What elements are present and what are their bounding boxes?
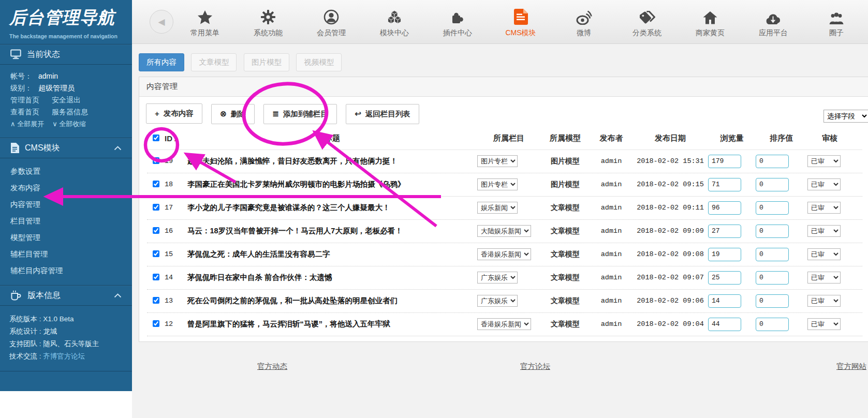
row-checkbox[interactable] bbox=[153, 227, 159, 234]
row-category-select[interactable]: 香港娱乐新闻 bbox=[477, 318, 531, 330]
nav-item-cms-module[interactable]: CMS模块 bbox=[489, 6, 552, 38]
row-views-input[interactable] bbox=[708, 155, 741, 168]
row-views-input[interactable] bbox=[708, 178, 741, 191]
collapse-all-link[interactable]: ∨ 全部收缩 bbox=[52, 120, 86, 128]
nav-item-system-functions[interactable]: 系统功能 bbox=[237, 6, 300, 38]
nav-back-button[interactable]: ◀ bbox=[150, 10, 173, 34]
cup-icon bbox=[10, 290, 22, 301]
nav-item-yellow-pages[interactable]: 商家黄页 bbox=[679, 6, 742, 38]
admin-home-link[interactable]: 管理首页 bbox=[10, 96, 39, 104]
row-audit-select[interactable]: 已审 bbox=[807, 248, 841, 260]
nav-item-category-system[interactable]: 分类系统 bbox=[615, 6, 679, 38]
row-category-select[interactable]: 娱乐新闻 bbox=[477, 202, 518, 214]
sidebar-item-model-management[interactable]: 模型管理 bbox=[0, 229, 132, 246]
row-sort-input[interactable] bbox=[756, 225, 789, 238]
tab-article-model[interactable]: 文章模型 bbox=[191, 53, 237, 71]
row-category-select[interactable]: 图片专栏 bbox=[477, 155, 518, 167]
row-sort-input[interactable] bbox=[756, 178, 789, 191]
row-audit-select[interactable]: 已审 bbox=[807, 202, 841, 214]
row-publisher: admin bbox=[590, 274, 632, 281]
row-views-input[interactable] bbox=[708, 201, 741, 215]
official-forum-link[interactable]: 齐博官方论坛 bbox=[43, 352, 85, 360]
row-views-input[interactable] bbox=[708, 318, 741, 331]
footer-link-official-forum[interactable]: 官方论坛 bbox=[520, 362, 550, 371]
row-publisher: admin bbox=[590, 320, 632, 328]
sidebar-item-publish-content[interactable]: 发布内容 bbox=[0, 180, 132, 196]
sidebar-cms-menu: 参数设置 发布内容 内容管理 栏目管理 模型管理 辅栏目管理 辅栏目内容管理 bbox=[0, 158, 132, 285]
row-category-select[interactable]: 广东娱乐 bbox=[477, 295, 518, 307]
row-views bbox=[708, 225, 756, 238]
row-sort-input[interactable] bbox=[756, 201, 789, 215]
row-checkbox[interactable] bbox=[153, 157, 159, 164]
row-checkbox[interactable] bbox=[153, 297, 159, 304]
row-views-input[interactable] bbox=[708, 225, 741, 238]
footer-link-official-news[interactable]: 官方动态 bbox=[257, 362, 287, 371]
tab-all-content[interactable]: 所有内容 bbox=[139, 53, 184, 71]
select-all-checkbox[interactable] bbox=[153, 135, 159, 141]
expand-all-link[interactable]: ∧ 全部展开 bbox=[10, 120, 44, 128]
cloud-download-icon bbox=[766, 8, 782, 25]
server-info-link[interactable]: 服务器信息 bbox=[52, 108, 88, 116]
sidebar-section-version-info[interactable]: 版本信息 bbox=[0, 285, 132, 306]
sidebar-section-cms-module[interactable]: CMS模块 bbox=[0, 138, 132, 158]
publish-content-button[interactable]: +发布内容 bbox=[146, 103, 202, 124]
table-row: 14茅侃侃昨日在家中自杀 前合作伙伴：太遗憾广东娱乐文章模型admin2018-… bbox=[147, 266, 862, 290]
nav-item-circle[interactable]: 圈子 bbox=[805, 6, 868, 38]
sidebar-item-param-settings[interactable]: 参数设置 bbox=[0, 163, 132, 180]
nav-item-plugin-center[interactable]: 插件中心 bbox=[426, 6, 489, 38]
add-to-subcolumn-button[interactable]: ≣添加到辅栏目 bbox=[263, 104, 337, 124]
row-sort-input[interactable] bbox=[756, 248, 789, 261]
tab-image-model[interactable]: 图片模型 bbox=[244, 53, 289, 71]
row-views-input[interactable] bbox=[708, 294, 741, 308]
return-column-list-button[interactable]: ↩返回栏目列表 bbox=[346, 104, 419, 124]
sidebar-section-current-status[interactable]: 当前状态 bbox=[0, 44, 132, 65]
row-checkbox[interactable] bbox=[153, 320, 159, 327]
sort-asc-icon[interactable]: ▲ bbox=[173, 137, 178, 142]
row-title: 赵薇夫妇沦陷，满脸憔悴，昔日好友悉数离开，只有他俩力挺！ bbox=[187, 156, 477, 166]
row-sort-input[interactable] bbox=[756, 155, 789, 168]
row-checkbox[interactable] bbox=[153, 181, 159, 187]
row-audit: 已审 bbox=[807, 248, 852, 260]
nav-item-common-menu[interactable]: 常用菜单 bbox=[173, 6, 237, 38]
row-audit-select[interactable]: 已审 bbox=[807, 178, 841, 190]
safe-exit-link[interactable]: 安全退出 bbox=[52, 96, 81, 104]
row-audit-select[interactable]: 已审 bbox=[807, 155, 841, 167]
nav-item-member-management[interactable]: 会员管理 bbox=[300, 6, 363, 38]
row-audit: 已审 bbox=[807, 272, 852, 283]
row-audit-select[interactable]: 已审 bbox=[807, 225, 841, 237]
nav-item-module-center[interactable]: 模块中心 bbox=[363, 6, 426, 38]
nav-item-weibo[interactable]: 微博 bbox=[552, 6, 615, 38]
row-audit-select[interactable]: 已审 bbox=[807, 318, 841, 330]
row-audit-select[interactable]: 已审 bbox=[807, 272, 841, 283]
delete-button[interactable]: ⊗删除 bbox=[211, 104, 255, 124]
row-title: 马云：18罗汉当年曾被开掉一个！马云用人7大原则，老板必看！ bbox=[187, 226, 477, 236]
row-checkbox[interactable] bbox=[153, 250, 159, 257]
row-category-select[interactable]: 大陆娱乐新闻 bbox=[477, 225, 531, 237]
sidebar-item-subcolumn-content-management[interactable]: 辅栏目内容管理 bbox=[0, 262, 132, 279]
row-views-input[interactable] bbox=[708, 248, 741, 261]
row-checkbox[interactable] bbox=[153, 274, 159, 280]
field-select[interactable]: 选择字段 bbox=[823, 110, 868, 123]
sidebar-item-content-management[interactable]: 内容管理 bbox=[0, 196, 132, 213]
row-checkbox[interactable] bbox=[153, 204, 159, 211]
sidebar-item-column-management[interactable]: 栏目管理 bbox=[0, 213, 132, 229]
chevron-up-icon[interactable] bbox=[114, 293, 122, 298]
row-category-select[interactable]: 香港娱乐新闻 bbox=[477, 248, 531, 260]
view-home-link[interactable]: 查看首页 bbox=[10, 108, 39, 116]
section-title: 版本信息 bbox=[27, 290, 61, 301]
row-views-input[interactable] bbox=[708, 271, 741, 285]
nav-item-app-platform[interactable]: 应用平台 bbox=[742, 6, 805, 38]
row-date: 2018-02-02 09:15 bbox=[632, 181, 708, 188]
row-category-select[interactable]: 广东娱乐 bbox=[477, 272, 518, 283]
sidebar-item-subcolumn-management[interactable]: 辅栏目管理 bbox=[0, 246, 132, 262]
row-sort-input[interactable] bbox=[756, 294, 789, 308]
row-sort-input[interactable] bbox=[756, 271, 789, 285]
tab-video-model[interactable]: 视频模型 bbox=[296, 53, 342, 71]
row-sort-input[interactable] bbox=[756, 318, 789, 331]
row-audit-select[interactable]: 已审 bbox=[807, 295, 841, 307]
row-date: 2018-02-02 09:11 bbox=[632, 204, 708, 212]
row-category-select[interactable]: 图片专栏 bbox=[477, 178, 518, 190]
footer-link-official-site[interactable]: 官方网站 bbox=[836, 362, 866, 371]
chevron-up-icon[interactable] bbox=[114, 146, 122, 151]
row-id: 13 bbox=[165, 297, 187, 305]
